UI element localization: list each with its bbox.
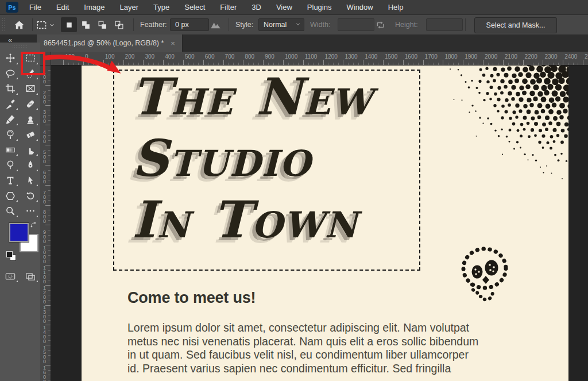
- ruler-tick-minor: [318, 63, 319, 65]
- subtract-from-selection-button[interactable]: [94, 17, 110, 32]
- ruler-tick-minor: [48, 320, 51, 321]
- crop-tool[interactable]: [0, 81, 20, 97]
- pasteboard: The NewStudioIn Town Come to meet us! Lo…: [51, 65, 588, 381]
- dodge-tool[interactable]: [0, 157, 20, 173]
- ruler-tick-minor: [513, 63, 513, 65]
- menu-item-window[interactable]: Window: [339, 0, 380, 14]
- divider: [465, 18, 466, 31]
- home-icon: [14, 20, 25, 30]
- type-tool[interactable]: [0, 173, 20, 188]
- ruler-label: 200: [42, 90, 47, 104]
- ruler-tick-minor: [78, 63, 79, 65]
- rotate-view-tool[interactable]: [20, 188, 40, 203]
- ruler-tick-minor: [258, 63, 259, 65]
- toolbar-grip[interactable]: [12, 45, 28, 48]
- ruler-tick-minor: [578, 63, 578, 65]
- ruler-tick-minor: [48, 135, 51, 136]
- ruler-tick-minor: [473, 63, 474, 65]
- foreground-color-swatch[interactable]: [9, 223, 29, 242]
- path-selection-tool[interactable]: [20, 173, 40, 188]
- menu-item-filter[interactable]: Filter: [212, 0, 244, 14]
- width-input: [338, 18, 374, 31]
- ruler-label: 900: [42, 230, 47, 244]
- menu-item-3d[interactable]: 3D: [244, 0, 269, 14]
- clone-stamp-tool[interactable]: [20, 111, 40, 127]
- edit-toolbar[interactable]: [20, 203, 40, 219]
- shape-tool[interactable]: [0, 188, 20, 203]
- pen-tool[interactable]: [20, 157, 40, 173]
- chevron-down-icon[interactable]: [48, 15, 56, 34]
- ruler-tick-minor: [48, 290, 51, 291]
- menu-item-help[interactable]: Help: [381, 0, 411, 14]
- home-button[interactable]: [14, 15, 25, 34]
- ruler-tick-minor: [68, 63, 69, 65]
- ruler-tick-minor: [393, 63, 393, 65]
- menu-item-plugins[interactable]: Plugins: [300, 0, 339, 14]
- body-text-line: metus nec nisi venenatis placerat. Nam q…: [127, 335, 478, 349]
- frame-tool[interactable]: [20, 81, 40, 97]
- eyedropper-tool[interactable]: [0, 97, 20, 112]
- tool-preset-marquee[interactable]: [36, 15, 47, 34]
- ruler-tick-minor: [48, 180, 51, 180]
- default-colors-icon[interactable]: [6, 251, 13, 257]
- ruler-label: 1200: [42, 286, 47, 304]
- ruler-tick-minor: [48, 115, 51, 116]
- intersect-with-selection-button[interactable]: [111, 17, 127, 32]
- ruler-tick: [503, 60, 504, 65]
- ruler-tick-minor: [138, 63, 139, 65]
- lasso-tool[interactable]: [0, 66, 20, 82]
- ruler-tick-minor: [48, 200, 51, 201]
- healing-brush-tool[interactable]: [20, 97, 40, 112]
- ruler-tick-minor: [298, 63, 299, 65]
- ruler-tick: [383, 60, 384, 65]
- ruler-label: 200: [125, 53, 135, 60]
- close-tab-icon[interactable]: ×: [171, 39, 175, 48]
- new-selection-button[interactable]: [61, 17, 77, 32]
- zoom-tool[interactable]: [0, 203, 20, 219]
- menu-item-edit[interactable]: Edit: [49, 0, 76, 14]
- mode-intersect-icon: [114, 20, 124, 30]
- history-brush-tool[interactable]: [0, 127, 20, 143]
- document-heading: Come to meet us!: [127, 289, 256, 307]
- ruler-label: 2300: [544, 53, 557, 60]
- menu-item-select[interactable]: Select: [177, 0, 212, 14]
- document-canvas[interactable]: The NewStudioIn Town Come to meet us! Lo…: [82, 65, 568, 381]
- quick-mask-button[interactable]: [0, 269, 20, 284]
- menu-item-type[interactable]: Type: [146, 0, 177, 14]
- menu-item-view[interactable]: View: [269, 0, 300, 14]
- gradient-tool[interactable]: [0, 143, 20, 158]
- ruler-tick-minor: [478, 63, 478, 65]
- style-select[interactable]: Normal: [258, 18, 304, 31]
- feather-label: Feather:: [140, 15, 167, 34]
- swap-dimensions-icon: [376, 20, 385, 30]
- add-to-selection-button[interactable]: [78, 17, 94, 32]
- feather-input[interactable]: 0 px: [170, 18, 209, 31]
- ruler-tick: [45, 205, 51, 206]
- menu-item-file[interactable]: File: [22, 0, 49, 14]
- smudge-tool[interactable]: [20, 143, 40, 158]
- ruler-label: 1300: [42, 305, 47, 324]
- options-bar-grip[interactable]: [2, 18, 6, 32]
- ruler-tick-minor: [153, 63, 154, 65]
- brush-tool[interactable]: [0, 111, 20, 127]
- ruler-label: 2000: [485, 53, 497, 60]
- swap-colors-icon[interactable]: [30, 221, 37, 231]
- ruler-tick-minor: [48, 95, 51, 95]
- ruler-tick-minor: [178, 63, 179, 65]
- move-tool[interactable]: [0, 51, 20, 66]
- ruler-label: 600: [42, 170, 47, 184]
- style-value: Normal: [264, 21, 287, 29]
- swap-dimensions-icon[interactable]: [376, 15, 385, 34]
- screen-mode-button[interactable]: [20, 269, 40, 284]
- ruler-tick-minor: [48, 80, 51, 80]
- ruler-tick-minor: [48, 120, 51, 121]
- menu-item-layer[interactable]: Layer: [113, 0, 146, 14]
- ruler-tick-minor: [188, 63, 189, 65]
- eraser-tool[interactable]: [20, 127, 40, 143]
- select-and-mask-button[interactable]: Select and Mask...: [474, 17, 557, 33]
- document-tab[interactable]: 8654451.psd @ 50% (Logo, RGB/8) * ×: [37, 34, 183, 52]
- path-selection-icon: [25, 175, 36, 186]
- menu-item-image[interactable]: Image: [76, 0, 112, 14]
- ruler-tick-minor: [88, 63, 89, 65]
- ruler-tick: [343, 60, 343, 65]
